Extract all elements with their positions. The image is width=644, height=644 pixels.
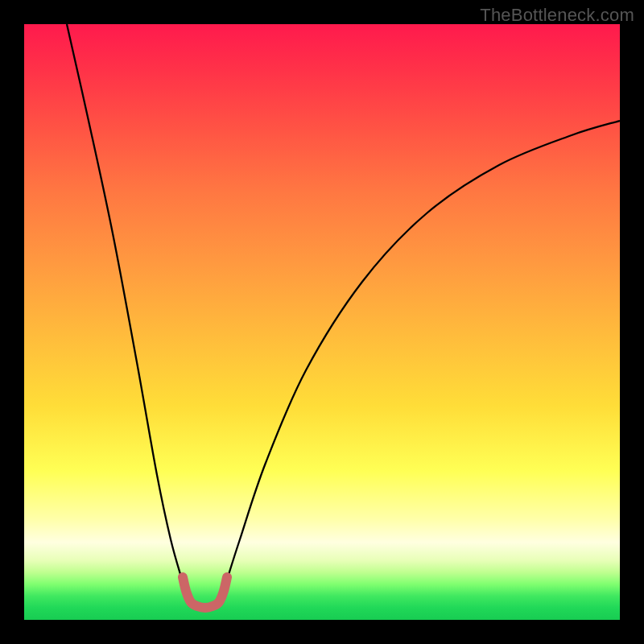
curve-right bbox=[227, 121, 620, 580]
watermark-text: TheBottleneck.com bbox=[480, 5, 634, 26]
chart-svg bbox=[24, 24, 620, 620]
curve-left bbox=[67, 24, 182, 580]
trough-marker bbox=[183, 577, 227, 608]
